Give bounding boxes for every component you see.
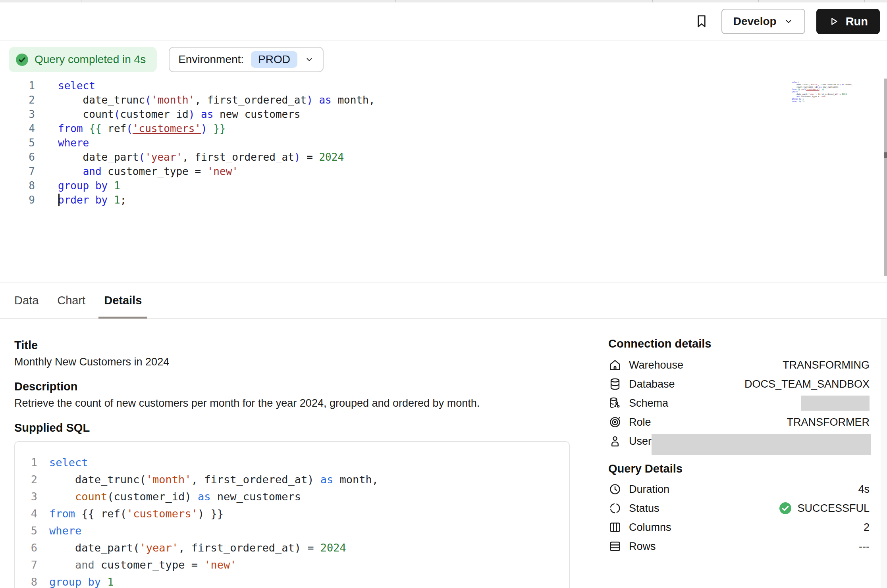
line-number: 4 [0, 121, 35, 136]
code-token: {{ [89, 123, 101, 135]
code-token: where [49, 525, 81, 537]
minimap-line: order by 1; [792, 100, 839, 102]
code-token: as [201, 108, 213, 120]
develop-label: Develop [733, 15, 777, 28]
line-number: 2 [0, 93, 35, 107]
code-token: , first_ordered_at [182, 151, 294, 163]
code-token: new_customers [821, 86, 838, 88]
tab-separator [864, 0, 865, 2]
editor-line[interactable]: 2 date_trunc('month', first_ordered_at) … [0, 93, 887, 107]
toolbar: Develop Run [0, 3, 887, 40]
code-token: }} [821, 88, 824, 90]
code-token: month, [333, 473, 378, 486]
connection-details-rows: WarehouseTRANSFORMINGDatabaseDOCS_TEAM_S… [608, 355, 870, 451]
sql-editor[interactable]: 1select2 date_trunc('month', first_order… [0, 79, 887, 277]
tab-separator [81, 0, 81, 2]
bookmark-button[interactable] [693, 13, 710, 30]
code-token: ( [145, 94, 151, 106]
code-token: as [320, 473, 334, 486]
info-value [801, 396, 870, 411]
result-tabs: DataChartDetails [0, 282, 887, 319]
page-scrollbar[interactable] [881, 319, 887, 588]
code-token: 'customers' [127, 507, 198, 520]
code-token: ( [126, 123, 133, 135]
editor-scrollbar[interactable] [884, 79, 887, 276]
code-token [108, 194, 114, 206]
develop-dropdown[interactable]: Develop [721, 9, 805, 34]
info-label: User [629, 435, 652, 448]
line-number: 1 [15, 454, 37, 471]
info-value-text: 2 [864, 521, 870, 534]
code-token: month, [845, 83, 853, 86]
run-label: Run [846, 15, 868, 28]
code-token: 1 [107, 576, 114, 588]
code-token: ; [804, 100, 805, 102]
chevron-down-icon [784, 17, 793, 26]
line-number: 8 [0, 179, 35, 193]
sql-card-line: 6 date_part('year', first_ordered_at) = … [15, 539, 569, 556]
line-number: 3 [15, 488, 37, 505]
line-number: 7 [0, 164, 35, 179]
info-label: Duration [629, 483, 669, 496]
query-details-rows: Duration4sStatusSUCCESSFULColumns2Rows--… [608, 480, 870, 556]
description-value: Retrieve the count of new customers per … [14, 397, 589, 409]
editor-minimap[interactable]: select date_trunc('month', first_ordered… [792, 81, 839, 102]
redacted-value [652, 434, 871, 455]
editor-scrollbar-thumb[interactable] [884, 152, 887, 158]
code-token: select [49, 456, 88, 469]
environment-value-badge: PROD [251, 51, 297, 68]
code-token: date_trunc [58, 94, 145, 106]
info-label: Warehouse [629, 359, 683, 371]
query-detail-row-status: StatusSUCCESSFUL [608, 499, 870, 518]
info-label: Schema [629, 397, 668, 409]
connection-row-schema: Schema [608, 394, 870, 413]
editor-line[interactable]: 8group by 1 [0, 179, 887, 193]
check-circle-icon [15, 52, 29, 67]
query-status-row: Query completed in 4s Environment: PROD [9, 47, 324, 72]
code-token: and [83, 165, 102, 177]
editor-line[interactable]: 5where [0, 136, 887, 150]
code-line-content: and customer_type = 'new' [35, 164, 238, 179]
tab-details[interactable]: Details [104, 282, 142, 318]
code-token: 'month' [151, 94, 195, 106]
chevron-down-icon [305, 55, 314, 64]
editor-line[interactable]: 4from {{ ref('customers') }} [0, 121, 887, 136]
code-token: 'new' [204, 559, 236, 571]
connection-row-database: DatabaseDOCS_TEAM_SANDBOX [608, 375, 870, 394]
code-token: ) [201, 123, 207, 135]
bookmark-icon [694, 13, 710, 29]
line-number: 5 [0, 136, 35, 150]
current-line-highlight [58, 193, 792, 207]
code-line-content: from {{ ref('customers') }} [37, 505, 224, 522]
editor-line[interactable]: 1select [0, 79, 887, 93]
editor-line[interactable]: 3 count(customer_id) as new_customers [0, 107, 887, 121]
environment-selector[interactable]: Environment: PROD [169, 47, 324, 72]
info-value: --- [859, 540, 870, 553]
code-token: ) }} [198, 507, 224, 520]
code-token: as [198, 490, 211, 503]
code-token: 1 [114, 194, 120, 206]
code-token [58, 165, 83, 177]
code-line-content: count(customer_id) as new_customers [35, 107, 301, 121]
info-value: DOCS_TEAM_SANDBOX [744, 378, 870, 390]
info-label: Role [629, 416, 651, 429]
sql-card-line: 2 date_trunc('month', first_ordered_at) … [15, 471, 569, 488]
play-icon [828, 16, 839, 27]
code-line-content: where [35, 136, 89, 150]
tab-data[interactable]: Data [14, 282, 39, 318]
run-button[interactable]: Run [816, 9, 880, 34]
editor-line[interactable]: 6 date_part('year', first_ordered_at) = … [0, 150, 887, 164]
info-value-text: SUCCESSFUL [797, 502, 870, 515]
editor-line[interactable]: 7 and customer_type = 'new' [0, 164, 887, 179]
editor-line[interactable]: 9order by 1; [0, 193, 887, 207]
code-line-content: date_part('year', first_ordered_at) = 20… [35, 150, 344, 164]
code-line-content: date_part('year', first_ordered_at) = 20… [37, 539, 346, 556]
code-token: }} [213, 123, 226, 135]
tab-chart[interactable]: Chart [57, 282, 85, 318]
code-token: ; [120, 194, 127, 206]
code-token: order by [792, 100, 801, 102]
code-token [195, 108, 201, 120]
code-token: select [58, 80, 95, 92]
line-number: 2 [15, 471, 37, 488]
info-value-text: --- [859, 540, 870, 553]
